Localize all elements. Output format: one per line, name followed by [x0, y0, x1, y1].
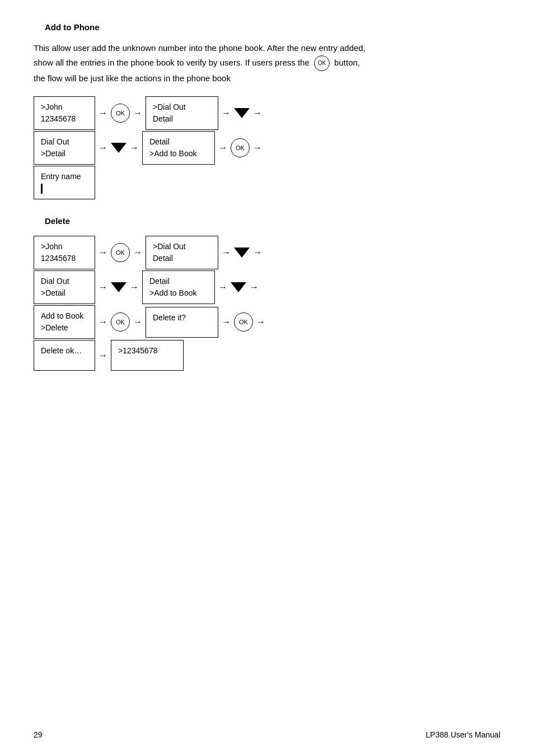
- arrow4: →: [253, 108, 262, 118]
- del-arrow13: →: [99, 351, 107, 361]
- add-to-phone-description: This allow user add the unknown number i…: [34, 41, 500, 85]
- desc-part1: This allow user add the unknown number i…: [34, 43, 366, 53]
- arrow8: →: [253, 143, 262, 153]
- desc-part2: show all the entries in the phone book t…: [34, 58, 310, 67]
- del-arrow10: →: [133, 317, 142, 327]
- del-down-arrow-3: [231, 282, 246, 292]
- delete-flow-row1: >John 12345678 → OK → >Dial Out Detail →…: [34, 236, 500, 269]
- del-arrow5: →: [99, 282, 107, 292]
- ok-button-2: OK: [231, 138, 250, 157]
- del-box-john: >John 12345678: [34, 236, 95, 269]
- desc-part4: the flow will be just like the actions i…: [34, 73, 231, 83]
- del-arrow12: →: [256, 317, 265, 327]
- del-box-addbook-delete: Add to Book >Delete: [34, 305, 95, 339]
- del-arrow2: →: [133, 248, 142, 258]
- delete-flow-row2: Dial Out >Detail → → Detail >Add to Book…: [34, 270, 500, 304]
- ok-button-inline: OK: [314, 55, 330, 71]
- arrow3: →: [222, 108, 231, 118]
- ok-button-1: OK: [111, 104, 130, 123]
- arrow2: →: [133, 108, 142, 118]
- del-box-dialout2: Dial Out >Detail: [34, 270, 95, 304]
- del-box-deleteit: Delete it?: [146, 307, 218, 338]
- del-box-detail-addbook: Detail >Add to Book: [142, 270, 215, 304]
- page-number: 29: [34, 730, 43, 739]
- add-box-detail-addbook: Detail >Add to Book: [142, 131, 215, 165]
- del-down-arrow-2: [111, 282, 127, 292]
- add-flow-row2: Dial Out >Detail → → Detail >Add to Book…: [34, 131, 500, 165]
- del-arrow8: →: [250, 282, 259, 292]
- arrow6: →: [130, 143, 139, 153]
- del-arrow1: →: [99, 248, 107, 258]
- del-down-arrow-1: [234, 248, 250, 258]
- add-box-dialout-detail2: Dial Out >Detail: [34, 131, 95, 165]
- delete-flow-row3: Add to Book >Delete → OK → Delete it? → …: [34, 305, 500, 339]
- arrow7: →: [218, 143, 227, 153]
- add-box-dialout-detail: >Dial Out Detail: [146, 96, 218, 130]
- arrow1: →: [99, 108, 107, 118]
- arrow5: →: [99, 143, 107, 153]
- del-arrow4: →: [253, 248, 262, 258]
- del-box-number: >12345678: [111, 340, 184, 371]
- del-arrow7: →: [218, 282, 227, 292]
- del-arrow3: →: [222, 248, 231, 258]
- down-arrow-1: [234, 108, 250, 118]
- add-flow-row1: >John 12345678 → OK → >Dial Out Detail →…: [34, 96, 500, 130]
- del-ok-button-3: OK: [234, 312, 253, 332]
- del-arrow11: →: [222, 317, 231, 327]
- del-ok-button-1: OK: [111, 243, 130, 262]
- add-to-phone-title: Add to Phone: [45, 22, 500, 32]
- del-box-dialout-detail: >Dial Out Detail: [146, 236, 218, 269]
- delete-flow-row4: Delete ok… → >12345678: [34, 340, 500, 371]
- add-box-john: >John 12345678: [34, 96, 95, 130]
- del-arrow6: →: [130, 282, 139, 292]
- del-box-deleteok: Delete ok…: [34, 340, 95, 371]
- desc-part3: button,: [334, 58, 360, 67]
- manual-title: LP388 User's Manual: [426, 730, 500, 739]
- delete-title: Delete: [45, 216, 500, 226]
- delete-section: Delete >John 12345678 → OK → >Dial Out D…: [34, 216, 500, 371]
- cursor-indicator: [41, 184, 43, 194]
- add-box-entryname: Entry name: [34, 166, 95, 199]
- page-footer: 29 LP388 User's Manual: [0, 730, 534, 739]
- add-flow-row3: Entry name: [34, 166, 500, 199]
- del-arrow9: →: [99, 317, 107, 327]
- down-arrow-2: [111, 143, 127, 153]
- del-ok-button-2: OK: [111, 312, 130, 332]
- add-to-phone-section: Add to Phone This allow user add the unk…: [34, 22, 500, 199]
